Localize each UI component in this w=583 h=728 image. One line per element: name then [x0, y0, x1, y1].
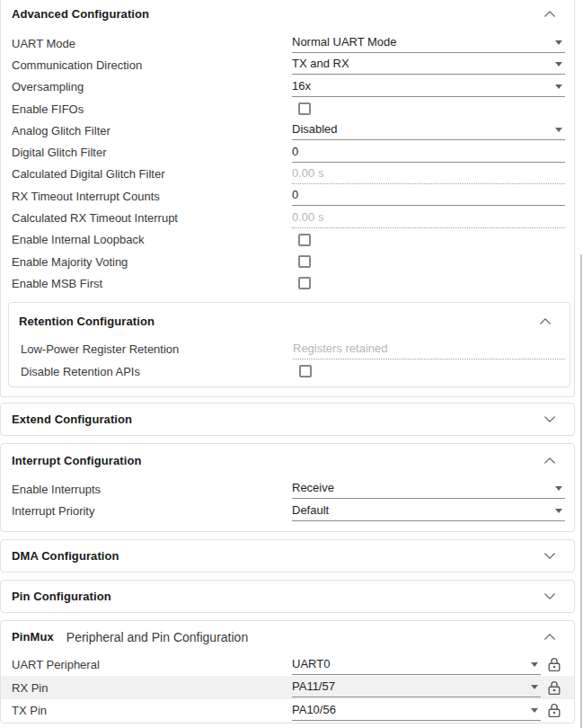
retention-configuration-header[interactable]: Retention Configuration — [9, 303, 570, 335]
section-title: Extend Configuration — [12, 413, 132, 426]
interrupt-configuration-header[interactable]: Interrupt Configuration — [1, 444, 574, 476]
tx-pin-dropdown[interactable]: PA10/56 — [292, 701, 541, 721]
config-row: Enable Interrupts Receive — [1, 478, 574, 500]
dropdown-caret-icon — [555, 509, 562, 513]
dropdown-caret-icon — [531, 708, 538, 713]
dma-configuration-header[interactable]: DMA Configuration — [1, 540, 574, 572]
lock-icon[interactable] — [547, 703, 561, 718]
chevron-up-icon[interactable] — [543, 633, 556, 641]
dropdown-value: Normal UART Mode — [292, 35, 397, 49]
chevron-down-icon[interactable] — [543, 552, 556, 560]
pin-configuration-header[interactable]: Pin Configuration — [1, 581, 574, 612]
chevron-up-icon[interactable] — [543, 457, 556, 465]
lock-icon[interactable] — [547, 657, 561, 672]
extend-configuration-header[interactable]: Extend Configuration — [1, 404, 574, 435]
section-pin-configuration: Pin Configuration — [0, 580, 575, 613]
section-title: DMA Configuration — [12, 549, 119, 563]
config-row-highlighted: RX Pin PA11/57 — [1, 676, 574, 699]
dropdown-caret-icon — [555, 486, 562, 491]
field-label: Enable MSB First — [12, 277, 292, 290]
enable-interrupts-dropdown[interactable]: Receive — [292, 479, 565, 499]
section-retention-configuration: Retention Configuration Low-Power Regist… — [8, 302, 570, 388]
uart-peripheral-dropdown[interactable]: UART0 — [292, 655, 541, 675]
dropdown-value: PA10/56 — [292, 703, 336, 716]
readonly-value: Registers retained — [293, 342, 388, 355]
config-row: Low-Power Register Retention Registers r… — [9, 339, 570, 360]
chevron-down-icon[interactable] — [543, 592, 556, 600]
readonly-value: 0.00 s — [292, 210, 323, 224]
disable-retention-apis-checkbox[interactable] — [299, 365, 312, 377]
section-title: Advanced Configuration — [12, 7, 149, 21]
dropdown-caret-icon — [555, 128, 562, 132]
readonly-value: 0.00 s — [292, 166, 323, 180]
config-row: Analog Glitch Filter Disabled — [1, 120, 574, 141]
dropdown-value: Disabled — [292, 122, 338, 136]
field-label: Calculated RX Timeout Interrupt — [12, 211, 292, 225]
section-dma-configuration: DMA Configuration — [0, 539, 575, 573]
dropdown-value: PA11/57 — [292, 679, 335, 693]
config-row: Communication Direction TX and RX — [1, 54, 574, 75]
chevron-up-icon[interactable] — [543, 10, 556, 18]
input-value: 0 — [292, 145, 298, 158]
uart-mode-dropdown[interactable]: Normal UART Mode — [292, 33, 565, 53]
analog-glitch-filter-dropdown[interactable]: Disabled — [292, 120, 565, 140]
lock-icon[interactable] — [547, 680, 561, 696]
field-label: UART Peripheral — [12, 658, 292, 671]
config-row: UART Mode Normal UART Mode — [1, 32, 574, 54]
field-label: TX Pin — [12, 704, 292, 717]
field-label: Enable FIFOs — [12, 102, 292, 116]
calculated-rx-timeout-interrupt-value: 0.00 s — [292, 209, 565, 228]
enable-fifos-checkbox[interactable] — [298, 102, 311, 115]
field-label: Communication Direction — [12, 58, 292, 72]
config-row: UART Peripheral UART0 — [1, 653, 574, 677]
field-label: Low-Power Register Retention — [21, 342, 293, 356]
field-label: RX Pin — [12, 681, 292, 695]
enable-majority-voting-checkbox[interactable] — [298, 255, 311, 268]
vertical-scrollbar-thumb[interactable] — [580, 254, 582, 728]
enable-internal-loopback-checkbox[interactable] — [298, 234, 311, 246]
pinmux-header[interactable]: PinMux Peripheral and Pin Configuration — [1, 621, 574, 653]
field-label: Calculated Digital Glitch Filter — [12, 167, 292, 181]
config-row: Enable Majority Voting — [1, 251, 574, 272]
chevron-up-icon[interactable] — [539, 317, 552, 325]
section-pinmux: PinMux Peripheral and Pin Configuration … — [0, 620, 575, 724]
enable-msb-first-checkbox[interactable] — [298, 277, 311, 289]
dropdown-value: Default — [292, 503, 329, 517]
field-label: Enable Interrupts — [12, 483, 292, 496]
config-row: Enable FIFOs — [1, 98, 574, 120]
config-row: Enable Internal Loopback — [1, 229, 574, 251]
dropdown-caret-icon — [555, 62, 562, 67]
field-label: Digital Glitch Filter — [12, 146, 292, 159]
config-row: Disable Retention APIs — [9, 360, 570, 382]
config-panel: Advanced Configuration UART Mode Normal … — [0, 0, 583, 728]
config-row: Enable MSB First — [1, 272, 574, 294]
config-row: Digital Glitch Filter 0 — [1, 141, 574, 163]
config-row: Interrupt Priority Default — [1, 500, 574, 521]
section-title: PinMux — [12, 630, 54, 644]
oversampling-dropdown[interactable]: 16x — [292, 77, 565, 97]
dropdown-value: Receive — [292, 481, 334, 494]
chevron-down-icon[interactable] — [543, 415, 556, 423]
config-row: Calculated RX Timeout Interrupt 0.00 s — [1, 207, 574, 228]
section-title: Retention Configuration — [19, 315, 155, 328]
advanced-configuration-header[interactable]: Advanced Configuration — [1, 0, 574, 32]
field-label: Analog Glitch Filter — [12, 124, 292, 138]
communication-direction-dropdown[interactable]: TX and RX — [292, 55, 565, 75]
config-row: Calculated Digital Glitch Filter 0.00 s — [1, 164, 574, 185]
dropdown-caret-icon — [531, 662, 538, 667]
interrupt-priority-dropdown[interactable]: Default — [292, 502, 565, 521]
dropdown-value: 16x — [292, 79, 311, 93]
rx-timeout-interrupt-counts-input[interactable]: 0 — [292, 186, 565, 206]
field-label: Disable Retention APIs — [21, 365, 293, 378]
rx-pin-dropdown[interactable]: PA11/57 — [292, 678, 541, 697]
low-power-register-retention-value: Registers retained — [293, 340, 565, 360]
digital-glitch-filter-input[interactable]: 0 — [292, 143, 565, 163]
calculated-digital-glitch-filter-value: 0.00 s — [292, 164, 565, 184]
section-subtitle: Peripheral and Pin Configuration — [66, 630, 248, 644]
section-title: Interrupt Configuration — [12, 454, 142, 467]
section-advanced-configuration: Advanced Configuration UART Mode Normal … — [0, 0, 575, 397]
field-label: Oversampling — [12, 80, 292, 93]
dropdown-caret-icon — [555, 40, 562, 45]
section-title: Pin Configuration — [12, 590, 111, 603]
field-label: Enable Majority Voting — [12, 255, 292, 269]
